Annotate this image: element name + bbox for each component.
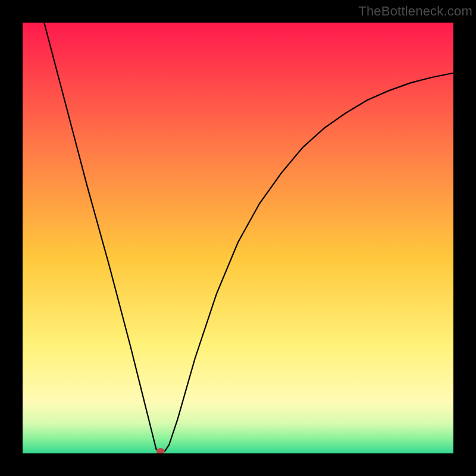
chart-frame: TheBottleneck.com bbox=[0, 0, 476, 476]
gradient-background bbox=[23, 23, 453, 453]
watermark-text: TheBottleneck.com bbox=[358, 4, 472, 19]
plot-area bbox=[23, 23, 453, 453]
chart-svg bbox=[23, 23, 453, 453]
